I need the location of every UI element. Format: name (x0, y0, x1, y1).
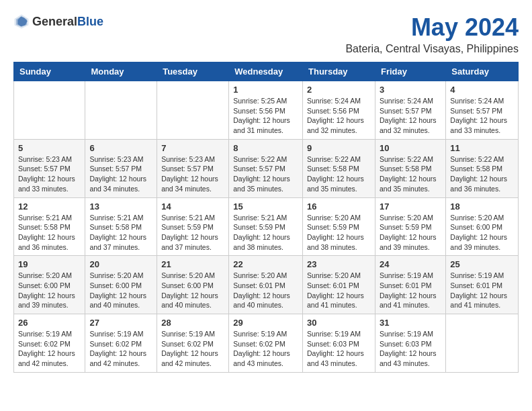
day-info: Sunrise: 5:21 AMSunset: 5:58 PMDaylight:… (89, 213, 152, 253)
day-info: Sunrise: 5:22 AMSunset: 5:57 PMDaylight:… (233, 154, 298, 194)
logo-general: General (32, 15, 77, 28)
table-row: 19 Sunrise: 5:20 AMSunset: 6:00 PMDaylig… (14, 256, 85, 314)
day-info: Sunrise: 5:20 AMSunset: 6:00 PMDaylight:… (161, 271, 224, 310)
calendar-header-row: Sunday Monday Tuesday Wednesday Thursday… (14, 62, 519, 81)
day-info: Sunrise: 5:24 AMSunset: 5:57 PMDaylight:… (450, 96, 514, 136)
day-number: 7 (161, 143, 224, 153)
table-row: 24 Sunrise: 5:19 AMSunset: 6:01 PMDaylig… (375, 256, 445, 314)
table-row: 6 Sunrise: 5:23 AMSunset: 5:57 PMDayligh… (85, 139, 157, 197)
table-row: 8 Sunrise: 5:22 AMSunset: 5:57 PMDayligh… (229, 139, 303, 197)
table-row: 7 Sunrise: 5:23 AMSunset: 5:57 PMDayligh… (157, 139, 229, 197)
day-info: Sunrise: 5:23 AMSunset: 5:57 PMDaylight:… (89, 154, 152, 194)
header-monday: Monday (85, 62, 157, 81)
day-number: 30 (307, 318, 371, 328)
day-number: 11 (450, 143, 514, 153)
month-title: May 2024 (345, 13, 519, 42)
table-row: 1 Sunrise: 5:25 AMSunset: 5:56 PMDayligh… (229, 81, 303, 140)
title-area: May 2024 Bateria, Central Visayas, Phili… (345, 13, 519, 55)
day-number: 10 (380, 143, 441, 153)
day-info: Sunrise: 5:20 AMSunset: 6:00 PMDaylight:… (450, 213, 514, 253)
table-row: 23 Sunrise: 5:20 AMSunset: 6:01 PMDaylig… (303, 256, 375, 314)
day-number: 21 (161, 259, 224, 269)
header-thursday: Thursday (303, 62, 375, 81)
day-info: Sunrise: 5:23 AMSunset: 5:57 PMDaylight:… (161, 154, 224, 194)
table-row: 9 Sunrise: 5:22 AMSunset: 5:58 PMDayligh… (303, 139, 375, 197)
day-number: 4 (450, 85, 514, 95)
day-number: 20 (89, 259, 152, 269)
table-row: 2 Sunrise: 5:24 AMSunset: 5:56 PMDayligh… (303, 81, 375, 140)
day-number: 28 (161, 318, 224, 328)
table-row: 26 Sunrise: 5:19 AMSunset: 6:02 PMDaylig… (14, 314, 85, 373)
table-row: 14 Sunrise: 5:21 AMSunset: 5:59 PMDaylig… (157, 197, 229, 256)
table-row: 21 Sunrise: 5:20 AMSunset: 6:00 PMDaylig… (157, 256, 229, 314)
calendar-week-row: 5 Sunrise: 5:23 AMSunset: 5:57 PMDayligh… (14, 139, 519, 197)
day-number: 15 (233, 201, 298, 212)
table-row (157, 81, 229, 140)
table-row (14, 81, 85, 140)
calendar-week-row: 12 Sunrise: 5:21 AMSunset: 5:58 PMDaylig… (14, 197, 519, 256)
table-row: 18 Sunrise: 5:20 AMSunset: 6:00 PMDaylig… (446, 197, 519, 256)
day-number: 18 (450, 201, 514, 212)
day-number: 9 (307, 143, 371, 153)
day-number: 2 (307, 85, 371, 95)
day-info: Sunrise: 5:25 AMSunset: 5:56 PMDaylight:… (233, 96, 298, 136)
table-row: 5 Sunrise: 5:23 AMSunset: 5:57 PMDayligh… (14, 139, 85, 197)
calendar-week-row: 19 Sunrise: 5:20 AMSunset: 6:00 PMDaylig… (14, 256, 519, 314)
day-info: Sunrise: 5:22 AMSunset: 5:58 PMDaylight:… (450, 154, 514, 194)
logo-text: GeneralBlue (32, 15, 103, 29)
day-number: 31 (380, 318, 441, 328)
location-title: Bateria, Central Visayas, Philippines (345, 43, 519, 55)
day-info: Sunrise: 5:23 AMSunset: 5:57 PMDaylight:… (18, 154, 81, 194)
day-info: Sunrise: 5:20 AMSunset: 6:00 PMDaylight:… (89, 271, 152, 310)
table-row: 16 Sunrise: 5:20 AMSunset: 5:59 PMDaylig… (303, 197, 375, 256)
day-info: Sunrise: 5:22 AMSunset: 5:58 PMDaylight:… (307, 154, 371, 194)
day-info: Sunrise: 5:20 AMSunset: 5:59 PMDaylight:… (380, 213, 441, 253)
table-row: 10 Sunrise: 5:22 AMSunset: 5:58 PMDaylig… (375, 139, 445, 197)
calendar-week-row: 1 Sunrise: 5:25 AMSunset: 5:56 PMDayligh… (14, 81, 519, 140)
day-number: 6 (89, 143, 152, 153)
day-info: Sunrise: 5:19 AMSunset: 6:02 PMDaylight:… (89, 329, 152, 369)
header-friday: Friday (375, 62, 445, 81)
day-number: 12 (18, 201, 81, 212)
day-number: 29 (233, 318, 298, 328)
day-number: 19 (18, 259, 81, 269)
logo-blue: Blue (77, 15, 103, 28)
day-number: 25 (450, 259, 514, 269)
day-info: Sunrise: 5:24 AMSunset: 5:57 PMDaylight:… (380, 96, 441, 136)
table-row: 27 Sunrise: 5:19 AMSunset: 6:02 PMDaylig… (85, 314, 157, 373)
table-row: 15 Sunrise: 5:21 AMSunset: 5:59 PMDaylig… (229, 197, 303, 256)
table-row: 29 Sunrise: 5:19 AMSunset: 6:02 PMDaylig… (229, 314, 303, 373)
day-number: 13 (89, 201, 152, 212)
day-info: Sunrise: 5:20 AMSunset: 6:01 PMDaylight:… (233, 271, 298, 310)
day-info: Sunrise: 5:19 AMSunset: 6:03 PMDaylight:… (380, 329, 441, 369)
day-number: 23 (307, 259, 371, 269)
table-row: 20 Sunrise: 5:20 AMSunset: 6:00 PMDaylig… (85, 256, 157, 314)
table-row: 17 Sunrise: 5:20 AMSunset: 5:59 PMDaylig… (375, 197, 445, 256)
calendar-table: Sunday Monday Tuesday Wednesday Thursday… (13, 62, 519, 373)
calendar-week-row: 26 Sunrise: 5:19 AMSunset: 6:02 PMDaylig… (14, 314, 519, 373)
day-number: 3 (380, 85, 441, 95)
day-info: Sunrise: 5:19 AMSunset: 6:02 PMDaylight:… (18, 329, 81, 369)
table-row: 25 Sunrise: 5:19 AMSunset: 6:01 PMDaylig… (446, 256, 519, 314)
day-info: Sunrise: 5:21 AMSunset: 5:58 PMDaylight:… (18, 213, 81, 253)
table-row: 4 Sunrise: 5:24 AMSunset: 5:57 PMDayligh… (446, 81, 519, 140)
day-info: Sunrise: 5:21 AMSunset: 5:59 PMDaylight:… (161, 213, 224, 253)
day-info: Sunrise: 5:19 AMSunset: 6:02 PMDaylight:… (233, 329, 298, 369)
table-row (85, 81, 157, 140)
day-info: Sunrise: 5:24 AMSunset: 5:56 PMDaylight:… (307, 96, 371, 136)
logo: GeneralBlue (13, 13, 103, 30)
day-info: Sunrise: 5:19 AMSunset: 6:02 PMDaylight:… (161, 329, 224, 369)
day-number: 16 (307, 201, 371, 212)
table-row: 28 Sunrise: 5:19 AMSunset: 6:02 PMDaylig… (157, 314, 229, 373)
day-number: 1 (233, 85, 298, 95)
day-number: 17 (380, 201, 441, 212)
header-wednesday: Wednesday (229, 62, 303, 81)
day-info: Sunrise: 5:22 AMSunset: 5:58 PMDaylight:… (380, 154, 441, 194)
table-row: 11 Sunrise: 5:22 AMSunset: 5:58 PMDaylig… (446, 139, 519, 197)
day-number: 24 (380, 259, 441, 269)
day-info: Sunrise: 5:19 AMSunset: 6:01 PMDaylight:… (450, 271, 514, 310)
day-info: Sunrise: 5:19 AMSunset: 6:03 PMDaylight:… (307, 329, 371, 369)
page-header: GeneralBlue May 2024 Bateria, Central Vi… (13, 13, 519, 55)
day-number: 26 (18, 318, 81, 328)
day-number: 27 (89, 318, 152, 328)
